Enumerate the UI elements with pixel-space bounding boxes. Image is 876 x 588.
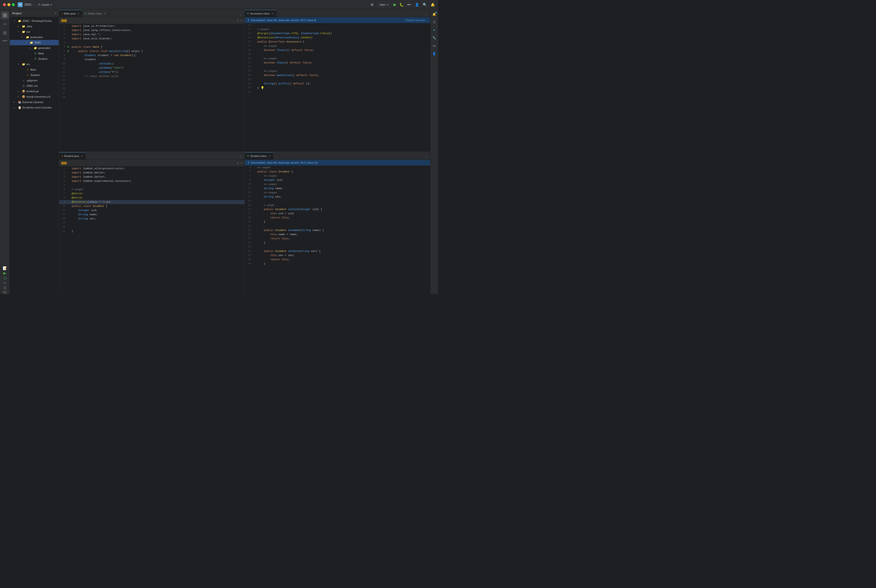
tab-getter-close-icon[interactable]: ✕ xyxy=(104,12,106,15)
student-java-content[interactable]: 1import lombok.AllArgsConstructor; 2impo… xyxy=(59,166,244,294)
terminal-icon[interactable]: ⬛ xyxy=(1,291,9,294)
database-icon[interactable]: 🗄 xyxy=(431,19,437,25)
settings-gear-icon[interactable]: ⚙ xyxy=(370,2,375,7)
student-class-content[interactable]: 6no usages 7public class Student { 8 no … xyxy=(245,166,430,294)
tab-accessors[interactable]: © Accessors.class ✕ xyxy=(245,10,276,17)
code-line: 7public class Student { xyxy=(245,170,430,174)
choose-sources-btn[interactable]: Choose Sources... xyxy=(405,19,428,22)
tree-item-student-class[interactable]: ▸ © Student xyxy=(10,56,59,62)
svg-point-4 xyxy=(4,23,6,25)
code-line: 16 public Student setSid(Integer sid) { xyxy=(245,207,430,212)
profile-icon[interactable]: 👤 xyxy=(414,2,419,7)
code-line: 10 .setSid(1) xyxy=(59,62,244,66)
panel-options-icon[interactable]: ▾ xyxy=(55,12,56,15)
svg-rect-10 xyxy=(5,33,6,34)
code-line: 11 String name; xyxy=(245,186,430,190)
ant-icon[interactable]: 🐜 xyxy=(431,43,437,49)
collapse-icon[interactable]: ∨ xyxy=(241,19,243,22)
code-line: 16 xyxy=(59,87,244,91)
tab-student-class-close[interactable]: ✕ xyxy=(268,155,270,158)
debug-button[interactable]: 🐛 xyxy=(399,3,404,7)
decompiled-banner-student: ℹ Decompiled .class file, bytecode versi… xyxy=(245,160,430,166)
profiler-icon[interactable]: ⬡ xyxy=(1,276,9,280)
tree-item-scratches[interactable]: ▸ 📋 Scratches and Consoles xyxy=(10,105,59,110)
tab-accessors-close[interactable]: ✕ xyxy=(272,12,274,15)
branch-name: master xyxy=(41,3,50,6)
run-button[interactable]: ▶ xyxy=(393,2,396,7)
branch-selector[interactable]: ⎇ master ▾ xyxy=(37,3,52,6)
notification-panel-icon[interactable]: 🔔 xyxy=(431,11,437,17)
code-line: 8@Getter xyxy=(59,196,244,200)
maven-icon[interactable]: ● xyxy=(431,27,437,33)
tree-item-out[interactable]: ▾ 📁 out xyxy=(10,29,59,34)
code-line: 8 Student student = new Student(); xyxy=(59,53,244,58)
editor-row-bottom: J Student.java ✕ ⋮ ⚠ 1 ∧ ∨ 1import lombo… xyxy=(59,152,430,294)
code-line-highlighted: 9@Accessors(chain = true) xyxy=(59,200,244,204)
expand-icon[interactable]: ∧ xyxy=(237,19,238,22)
editor-more-icon[interactable]: ⋮ xyxy=(237,12,244,17)
svg-rect-8 xyxy=(5,32,6,33)
svg-rect-9 xyxy=(3,33,4,34)
tree-item-jdbc-iml[interactable]: ▸ 🗒 JDBC.iml xyxy=(10,83,59,88)
code-line: 15 xyxy=(59,82,244,87)
tree-item-main-java[interactable]: ▸ J Main xyxy=(10,67,59,72)
main-java-content[interactable]: 1import java.io.PrintWriter; 2import jav… xyxy=(59,24,244,152)
tree-item-jdbc-folder[interactable]: ▾ 📁 JDBC xyxy=(10,40,59,45)
sidebar-bottom-group: 📝 ▶ ⬡ ✏ ⊟ ⬛ ⓘ ⚙ xyxy=(1,284,9,292)
more-sidebar-icon[interactable]: ••• xyxy=(1,38,9,44)
tree-item-student-java[interactable]: ▸ J Student xyxy=(10,72,59,78)
code-line: 14 xyxy=(59,221,244,225)
tab-student-java-close[interactable]: ✕ xyxy=(81,155,83,158)
class-file-icon: © xyxy=(85,12,86,15)
accessors-content[interactable]: 12 132 usages 14@Target({ElementType.TYP… xyxy=(245,23,430,152)
student-java-more-icon[interactable]: ⋮ xyxy=(237,155,244,159)
maximize-button[interactable] xyxy=(12,3,15,6)
student-class-more-icon[interactable]: ⋮ xyxy=(422,155,430,159)
project-tree-icon[interactable] xyxy=(1,11,9,19)
project-selector[interactable]: JD JDBC › xyxy=(18,2,34,7)
tree-item-lombok-jar[interactable]: ▸ 📦 lombok.jar xyxy=(10,88,59,94)
code-line: 16} xyxy=(59,229,244,234)
minimize-button[interactable] xyxy=(8,3,10,6)
search-icon[interactable]: 🔍 xyxy=(422,2,427,7)
notification-icon[interactable]: 🔔 xyxy=(430,2,435,7)
commit-icon[interactable] xyxy=(1,20,9,28)
run-config-selector[interactable]: Main ▾ xyxy=(378,3,390,7)
student-collapse-icon[interactable]: ∨ xyxy=(241,161,243,165)
run-tool-icon[interactable]: ▶ xyxy=(1,271,9,275)
code-line: 13 String sex; xyxy=(59,217,244,221)
tree-item-gitignore[interactable]: ▸ ✓ .gitignore xyxy=(10,78,59,83)
code-line: 21 public Student setName(String name) { xyxy=(245,228,430,232)
tab-close-icon[interactable]: ✕ xyxy=(78,12,80,15)
code-line: 28 xyxy=(245,90,430,94)
code-line: 9 student xyxy=(59,58,244,62)
tree-item-mysql-connector[interactable]: ▸ 📦 mysql-connector-j-8.. xyxy=(10,94,59,99)
accessors-more-icon[interactable]: ⋮ xyxy=(422,12,430,17)
tree-item-external-libs[interactable]: ▸ 📚 External Libraries xyxy=(10,99,59,105)
person-icon[interactable]: 👤 xyxy=(431,51,437,57)
tab-student-class-label: Student.class xyxy=(250,154,267,158)
pen-tool-icon[interactable]: ✏ xyxy=(1,281,9,285)
tab-main-java[interactable]: J Main.java ✕ xyxy=(59,10,82,17)
tab-getter-class[interactable]: © Getter.class ✕ xyxy=(82,10,108,17)
tree-item-production[interactable]: ▾ 📁 production xyxy=(10,34,59,40)
tree-item-src[interactable]: ▾ 📁 src xyxy=(10,62,59,67)
tree-item-idea[interactable]: ▸ 📁 .idea xyxy=(10,24,59,29)
main-layout: ••• 📝 ▶ ⬡ ✏ ⊟ ⬛ ⓘ ⚙ Project ▾ ▾ 📁 JDBC ~… xyxy=(0,9,438,294)
tab-student-class[interactable]: © Student.class ✕ xyxy=(245,152,273,159)
tree-item-main-class[interactable]: ▸ © Main xyxy=(10,51,59,56)
more-actions-icon[interactable]: ••• xyxy=(406,2,411,7)
tab-student-java[interactable]: J Student.java ✕ xyxy=(59,152,86,159)
tree-item-jdbc-root[interactable]: ▾ 📁 JDBC ~/Desktop/CS/Jav xyxy=(10,18,59,24)
scratch-icon[interactable]: 📝 xyxy=(1,266,9,270)
tab-bar-student-java: J Student.java ✕ ⋮ xyxy=(59,152,244,160)
student-expand-icon[interactable]: ∧ xyxy=(237,161,238,165)
code-line: 29 } xyxy=(245,262,430,266)
code-line: 12 String name; xyxy=(59,213,244,217)
plugins-icon[interactable] xyxy=(1,29,9,37)
close-button[interactable] xyxy=(3,3,6,6)
svg-rect-2 xyxy=(3,15,4,17)
event-log-icon[interactable]: ⊟ xyxy=(1,286,9,290)
tree-item-generated[interactable]: ▸ 📁 generated xyxy=(10,45,59,51)
gradle-icon[interactable]: 🔧 xyxy=(431,35,437,41)
